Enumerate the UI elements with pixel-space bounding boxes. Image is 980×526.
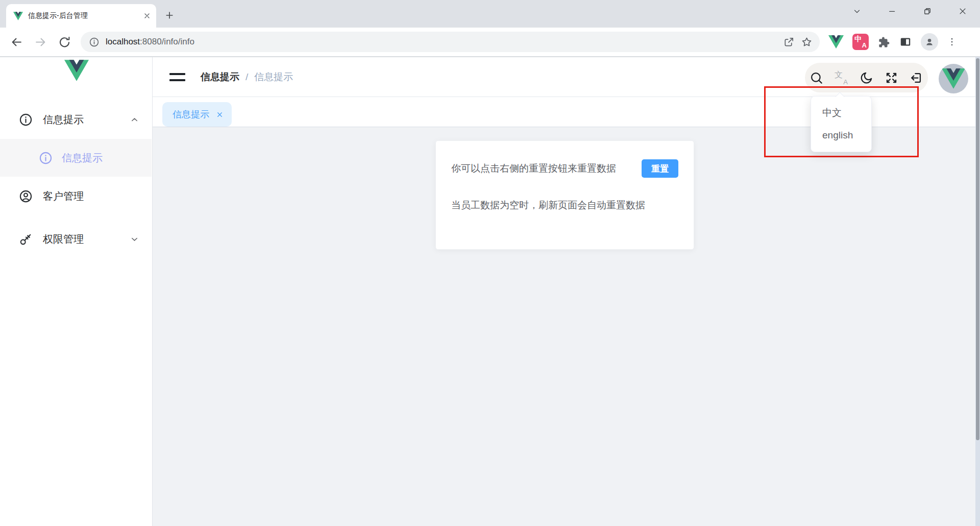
url-host: localhost [106, 37, 140, 46]
chevron-down-icon [130, 234, 139, 244]
url-text: localhost:8080/info/info [106, 37, 194, 47]
menu-gap [0, 216, 152, 220]
breadcrumb-current: 信息提示 [254, 70, 293, 84]
language-option-english[interactable]: english [811, 124, 871, 147]
info-circle-icon [39, 151, 53, 165]
back-button[interactable] [5, 31, 28, 53]
collapse-sidebar-button[interactable] [169, 69, 188, 85]
bookmark-star-icon[interactable] [801, 36, 813, 48]
restore-button[interactable] [910, 0, 945, 22]
header-actions: 文A [805, 63, 928, 92]
browser-tab-strip: 信息提示-后台管理 [0, 0, 980, 28]
search-icon[interactable] [810, 71, 823, 85]
fold-icon-bar [169, 73, 185, 75]
tab-close-icon[interactable] [143, 12, 151, 20]
share-icon[interactable] [783, 36, 795, 48]
sidebar-subitem-info-active[interactable]: 信息提示 [0, 139, 152, 177]
app-logo-vue-icon [64, 60, 89, 81]
minimize-button[interactable] [874, 0, 910, 22]
language-dropdown: 中文 english [811, 96, 872, 152]
breadcrumb: 信息提示 / 信息提示 [201, 70, 293, 84]
site-info-icon[interactable] [89, 37, 100, 47]
browser-menu-kebab-icon[interactable] [947, 37, 957, 47]
address-bar[interactable]: localhost:8080/info/info [81, 32, 820, 52]
reload-button[interactable] [53, 31, 76, 53]
info-circle-icon [19, 113, 33, 127]
sidebar: 信息提示 信息提示 客户管理 [0, 57, 153, 526]
language-switch-icon[interactable]: 文A [835, 71, 848, 85]
dark-mode-moon-icon[interactable] [860, 71, 873, 85]
card-line2-text: 当员工数据为空时，刷新页面会自动重置数据 [451, 200, 645, 210]
close-window-button[interactable] [945, 0, 980, 22]
browser-toolbar: localhost:8080/info/info 中A [0, 28, 980, 57]
scrollbar-thumb[interactable] [976, 58, 979, 440]
view-tab-active[interactable]: 信息提示 [162, 102, 232, 127]
reset-button[interactable]: 重置 [642, 159, 678, 178]
sidebar-menu: 信息提示 信息提示 客户管理 [0, 100, 152, 258]
extensions-area: 中A [828, 33, 957, 51]
content-area: 你可以点击右侧的重置按钮来重置数据 重置 当员工数据为空时，刷新页面会自动重置数… [153, 127, 980, 526]
browser-tab[interactable]: 信息提示-后台管理 [6, 4, 156, 28]
chevron-up-icon [130, 115, 139, 125]
sidebar-subitem-label: 信息提示 [62, 151, 103, 165]
forward-button[interactable] [29, 31, 52, 53]
breadcrumb-root[interactable]: 信息提示 [201, 70, 239, 84]
window-controls [839, 0, 980, 22]
sidebar-item-label: 客户管理 [43, 189, 84, 203]
logout-icon[interactable] [910, 71, 923, 85]
card-row-reset: 你可以点击右侧的重置按钮来重置数据 重置 [451, 159, 678, 178]
sidebar-item-label: 权限管理 [43, 232, 84, 246]
key-icon [19, 232, 33, 246]
tab-search-chevron-icon[interactable] [839, 0, 874, 22]
page-header: 信息提示 / 信息提示 文A [153, 57, 980, 97]
vue-devtools-extension-icon[interactable] [828, 35, 844, 49]
fullscreen-icon[interactable] [885, 71, 898, 85]
user-circle-icon [19, 189, 33, 203]
view-tab-label: 信息提示 [173, 108, 209, 121]
url-path: :8080/info/info [140, 37, 194, 46]
browser-tab-title: 信息提示-后台管理 [28, 11, 138, 20]
sidebar-item-info-group[interactable]: 信息提示 [0, 100, 152, 139]
vue-favicon-icon [13, 12, 23, 20]
side-panel-icon[interactable] [899, 35, 912, 49]
sidebar-item-customers[interactable]: 客户管理 [0, 177, 152, 216]
new-tab-button[interactable] [161, 7, 178, 23]
card-row-note: 当员工数据为空时，刷新页面会自动重置数据 [451, 199, 678, 212]
info-card: 你可以点击右侧的重置按钮来重置数据 重置 当员工数据为空时，刷新页面会自动重置数… [435, 140, 694, 250]
card-line1-text: 你可以点击右侧的重置按钮来重置数据 [451, 162, 616, 175]
fold-icon-bar [169, 79, 185, 81]
language-option-chinese[interactable]: 中文 [811, 102, 871, 124]
sidebar-item-permissions[interactable]: 权限管理 [0, 220, 152, 258]
user-avatar[interactable] [939, 64, 968, 93]
browser-profile-avatar[interactable] [921, 33, 938, 51]
view-tab-close-icon[interactable] [216, 111, 224, 118]
translate-extension-icon[interactable]: 中A [852, 34, 869, 50]
breadcrumb-separator: / [246, 71, 248, 83]
extensions-puzzle-icon[interactable] [877, 36, 890, 49]
page-scrollbar [975, 57, 980, 526]
screen: 信息提示-后台管理 [0, 0, 980, 526]
sidebar-item-label: 信息提示 [43, 113, 84, 127]
